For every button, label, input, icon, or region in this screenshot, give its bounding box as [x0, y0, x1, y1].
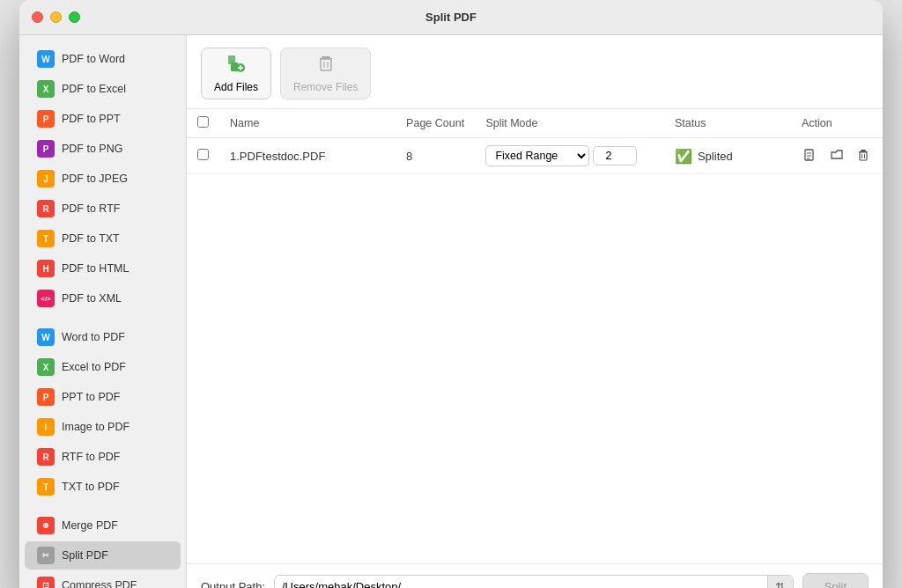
sidebar-item-rtf-to-pdf[interactable]: R RTF to PDF	[25, 443, 181, 471]
open-folder-button[interactable]	[828, 146, 846, 166]
row-split-mode-cell: Fixed Range Custom Range Every Page	[475, 138, 664, 174]
sidebar-item-pdf-to-ppt[interactable]: P PDF to PPT	[25, 105, 181, 133]
col-header-name: Name	[219, 109, 396, 138]
sidebar-label-split-pdf: Split PDF	[62, 549, 108, 562]
output-path-container: ⇅	[274, 575, 794, 589]
sidebar-label-pdf-to-excel: PDF to Excel	[62, 83, 126, 95]
compress-pdf-icon: ⊡	[37, 577, 55, 588]
sidebar-item-pdf-to-png[interactable]: P PDF to PNG	[25, 135, 181, 163]
bottom-bar: Output Path: ⇅ Split	[187, 563, 883, 588]
sidebar-label-compress-pdf: Compress PDF	[62, 579, 137, 588]
output-path-label: Output Path:	[201, 580, 265, 588]
row-page-count-cell: 8	[396, 138, 475, 174]
sidebar-label-txt-to-pdf: TXT to PDF	[62, 481, 120, 493]
merge-pdf-icon: ⊕	[37, 517, 55, 534]
sidebar-item-txt-to-pdf[interactable]: T TXT to PDF	[25, 473, 181, 501]
select-all-checkbox[interactable]	[197, 116, 209, 128]
output-path-browse-button[interactable]: ⇅	[767, 576, 793, 589]
table-row: 1.PDFtestdoc.PDF 8 Fixed Range Custom Ra…	[187, 138, 883, 174]
sidebar-item-pdf-to-txt[interactable]: T PDF to TXT	[25, 224, 181, 253]
minimize-button[interactable]	[50, 11, 62, 23]
sidebar-label-excel-to-pdf: Excel to PDF	[62, 361, 126, 373]
pdf-to-html-icon: H	[37, 260, 55, 277]
split-pdf-icon: ✂	[37, 547, 55, 564]
word-to-pdf-icon: W	[37, 328, 55, 346]
row-action-cell	[791, 138, 883, 174]
output-path-input[interactable]	[275, 576, 767, 588]
col-header-status: Status	[664, 109, 791, 138]
sidebar-label-pdf-to-jpeg: PDF to JPEG	[62, 173, 128, 185]
remove-files-label: Remove Files	[293, 81, 358, 93]
image-to-pdf-icon: I	[37, 418, 55, 436]
sidebar-item-pdf-to-word[interactable]: W PDF to Word	[25, 45, 181, 73]
toolbar: Add Files Remove Files	[187, 35, 883, 109]
delete-row-button[interactable]	[854, 146, 872, 166]
file-table-area: Name Page Count Split Mode Status Action	[187, 109, 883, 563]
sidebar-item-pdf-to-html[interactable]: H PDF to HTML	[25, 254, 181, 283]
row-checkbox-cell	[187, 138, 219, 174]
split-mode-select[interactable]: Fixed Range Custom Range Every Page	[485, 145, 589, 166]
col-header-page-count: Page Count	[396, 109, 475, 138]
remove-files-button[interactable]: Remove Files	[280, 48, 371, 99]
sidebar-item-image-to-pdf[interactable]: I Image to PDF	[25, 413, 181, 441]
sidebar-label-merge-pdf: Merge PDF	[62, 519, 118, 532]
pdf-to-excel-icon: X	[37, 80, 55, 98]
close-button[interactable]	[32, 11, 43, 23]
split-button[interactable]: Split	[802, 573, 869, 588]
add-files-button[interactable]: Add Files	[201, 48, 271, 99]
sidebar-label-image-to-pdf: Image to PDF	[62, 421, 129, 433]
sidebar-item-pdf-to-xml[interactable]: </> PDF to XML	[25, 284, 181, 312]
sidebar-label-ppt-to-pdf: PPT to PDF	[62, 391, 120, 403]
status-icon: ✅	[675, 148, 692, 165]
remove-files-icon	[316, 54, 336, 77]
add-files-icon	[226, 54, 246, 77]
pdf-to-rtf-icon: R	[37, 200, 55, 217]
sidebar-label-pdf-to-xml: PDF to XML	[62, 292, 122, 305]
sidebar-item-merge-pdf[interactable]: ⊕ Merge PDF	[25, 511, 181, 540]
sidebar-label-rtf-to-pdf: RTF to PDF	[62, 451, 120, 463]
split-value-input[interactable]	[593, 146, 637, 165]
status-label: Splited	[698, 150, 733, 163]
row-name-cell: 1.PDFtestdoc.PDF	[219, 138, 396, 174]
col-header-action: Action	[791, 109, 883, 138]
excel-to-pdf-icon: X	[37, 358, 55, 376]
main-content: Add Files Remove Files	[187, 35, 883, 588]
sidebar-item-excel-to-pdf[interactable]: X Excel to PDF	[25, 353, 181, 381]
sidebar-item-pdf-to-excel[interactable]: X PDF to Excel	[25, 75, 181, 103]
sidebar-label-pdf-to-word: PDF to Word	[62, 53, 125, 65]
pdf-to-jpeg-icon: J	[37, 170, 55, 187]
row-status-cell: ✅ Splited	[664, 138, 791, 174]
ppt-to-pdf-icon: P	[37, 388, 55, 406]
maximize-button[interactable]	[69, 11, 80, 23]
window-title: Split PDF	[425, 11, 477, 24]
sidebar-item-word-to-pdf[interactable]: W Word to PDF	[25, 323, 181, 351]
sidebar-label-pdf-to-png: PDF to PNG	[62, 143, 122, 155]
pdf-to-png-icon: P	[37, 140, 55, 158]
sidebar-label-pdf-to-ppt: PDF to PPT	[62, 113, 121, 125]
row-checkbox[interactable]	[197, 149, 209, 160]
svg-rect-5	[322, 56, 330, 58]
sidebar-item-compress-pdf[interactable]: ⊡ Compress PDF	[25, 571, 181, 588]
pdf-to-word-icon: W	[37, 50, 55, 68]
col-header-split-mode: Split Mode	[475, 109, 664, 138]
titlebar: Split PDF	[19, 0, 883, 35]
open-file-button[interactable]	[802, 146, 819, 166]
svg-rect-7	[321, 59, 331, 70]
add-files-label: Add Files	[214, 81, 258, 93]
pdf-to-txt-icon: T	[37, 230, 55, 247]
sidebar-item-ppt-to-pdf[interactable]: P PPT to PDF	[25, 383, 181, 411]
traffic-lights	[32, 11, 80, 23]
sidebar-item-pdf-to-rtf[interactable]: R PDF to RTF	[25, 195, 181, 223]
sidebar-item-pdf-to-jpeg[interactable]: J PDF to JPEG	[25, 165, 181, 193]
window-body: W PDF to Word X PDF to Excel P PDF to PP…	[19, 35, 883, 588]
file-table: Name Page Count Split Mode Status Action	[187, 109, 883, 174]
col-header-checkbox	[187, 109, 219, 138]
pdf-to-xml-icon: </>	[37, 290, 55, 307]
sidebar-label-pdf-to-txt: PDF to TXT	[62, 232, 120, 245]
sidebar-divider-2	[19, 502, 186, 511]
svg-rect-16	[860, 152, 867, 160]
txt-to-pdf-icon: T	[37, 478, 55, 496]
main-window: Split PDF W PDF to Word X PDF to Excel P…	[19, 0, 883, 588]
rtf-to-pdf-icon: R	[37, 448, 55, 466]
sidebar-item-split-pdf[interactable]: ✂ Split PDF	[25, 541, 181, 570]
